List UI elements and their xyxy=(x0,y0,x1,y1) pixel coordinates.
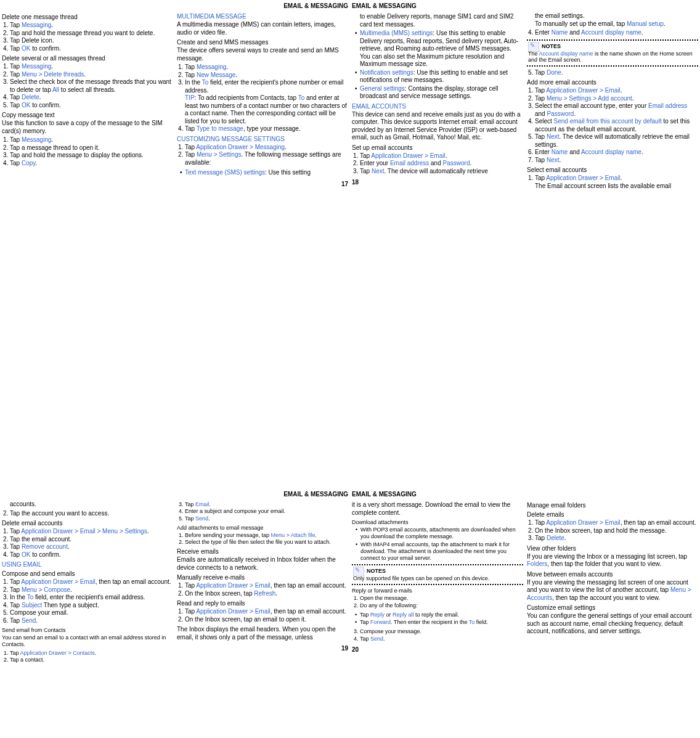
list-item: Notification settings: Use this setting … xyxy=(360,69,523,84)
list-item: Tap Delete. xyxy=(10,94,173,102)
list-item: Tap Copy. xyxy=(10,160,173,168)
heading: View other folders xyxy=(527,545,698,552)
p20-col2: Manage email folders Delete emails Tap A… xyxy=(527,491,698,666)
list: Enter Name and Account display name. xyxy=(527,29,698,37)
heading: Manually receive e-mails xyxy=(177,574,348,581)
list: Tap Messaging.Tap New Message.In the To … xyxy=(177,64,348,133)
heading: Manage email folders xyxy=(527,502,698,509)
heading: Move between emails accounts xyxy=(527,571,698,578)
list-item: Tap Forward. Then enter the recipient in… xyxy=(360,619,523,626)
list-item: Tap Application Drawer > Email, then tap… xyxy=(535,519,698,527)
list-item: Tap Application Drawer > Contacts. xyxy=(10,650,173,657)
list: Tap the account you want to access. xyxy=(2,510,173,518)
paragraph: to enable Delivery reports, manage SIM1 … xyxy=(352,13,523,28)
list-item: Tap the account you want to access. xyxy=(10,510,173,518)
list-item: Tap New Message. xyxy=(185,72,348,80)
notes-text: The Account display name is the name sho… xyxy=(528,51,693,63)
list-item: Select Send email from this account by d… xyxy=(535,118,698,133)
list-item: Tap Messaging. xyxy=(10,136,173,144)
list: Tap Application Drawer > Email, then tap… xyxy=(2,578,173,625)
list: Compose your message.Tap Send. xyxy=(352,628,523,642)
list: Tap Email.Enter a subject and compose yo… xyxy=(177,501,348,522)
list-item: Tap OK to confirm. xyxy=(10,551,173,559)
paragraph: Emails are automatically received in Inb… xyxy=(177,556,348,572)
list-item: Tap a message thread to open it. xyxy=(10,144,173,152)
paragraph: This device can send and receive emails … xyxy=(352,111,523,142)
list-item: Tap a contact. xyxy=(10,657,173,663)
list: Tap Application Drawer > Email.Enter you… xyxy=(352,152,523,176)
p20-col1: EMAIL & MESSAGING it is a very short mes… xyxy=(352,491,523,666)
list-item: Select the type of file then select the … xyxy=(185,539,348,546)
list-item: General settings: Contains the display, … xyxy=(360,85,523,100)
list-item: Tap Application Drawer > Email.The Email… xyxy=(535,174,698,190)
list: Open the message.Do any of the following… xyxy=(352,595,523,609)
list-item: Tap Send. xyxy=(360,636,523,642)
page-number: 20 xyxy=(352,646,523,653)
notes-box: NOTES Only supported file types can be o… xyxy=(352,564,523,585)
paragraph: You can configure the general settings o… xyxy=(527,612,698,636)
bullet-list: Text message (SMS) settings: Use this se… xyxy=(177,169,348,177)
heading: Delete several or all messages thread xyxy=(2,55,173,62)
list-item: Select the check box of the message thre… xyxy=(10,78,173,94)
paragraph: accounts. xyxy=(2,501,173,509)
paragraph: If you are viewing the Inbox or a messag… xyxy=(527,553,698,568)
list-item: Tap Delete icon. xyxy=(10,37,173,45)
list-item: With IMAP4 email accounts, tap the attac… xyxy=(360,541,523,562)
heading: Create and send MMS messages xyxy=(177,39,348,46)
paragraph: A multimedia message (MMS) can contain l… xyxy=(177,21,348,36)
section-header: EMAIL & MESSAGING xyxy=(177,2,348,9)
heading: Delete one message thread xyxy=(2,14,173,20)
heading: Set up email accounts xyxy=(352,144,523,151)
list-item: Compose your message. xyxy=(360,628,523,635)
list-item: Enter Name and Account display name. xyxy=(535,149,698,157)
list: Tap Application Drawer > Email, then tap… xyxy=(527,519,698,543)
list-item: With POP3 email accounts, attachments ar… xyxy=(360,527,523,541)
list-item: Tap Delete. xyxy=(535,535,698,543)
list-item: Tap OK to confirm. xyxy=(10,102,173,110)
list-item: In the To field, enter the recipient's e… xyxy=(10,594,173,602)
heading: MULTIMEDIA MESSAGE xyxy=(177,13,348,20)
bullet-list: Multimedia (MMS) settings: Use this sett… xyxy=(352,30,523,100)
list-item: Compose your email. xyxy=(10,609,173,617)
heading: Copy message text xyxy=(2,112,173,118)
list: Tap Application Drawer > Email, then tap… xyxy=(177,608,348,623)
list-item: Tap Messaging. xyxy=(185,64,348,72)
list-item: Tap and hold the message thread you want… xyxy=(10,30,173,38)
section-header: EMAIL & MESSAGING xyxy=(352,491,523,498)
page-number: 17 xyxy=(177,181,348,187)
list-item: Tap Messaging. xyxy=(10,22,173,30)
heading: Delete emails xyxy=(527,511,698,518)
list: Tap Application Drawer > Email.The Email… xyxy=(527,174,698,190)
list-item: Tap OK to confirm. xyxy=(10,45,173,53)
list: Tap Application Drawer > Email.Tap Menu … xyxy=(527,87,698,164)
list-item: In the To field, enter the recipient's p… xyxy=(185,79,348,125)
list-item: Tap Application Drawer > Email, then tap… xyxy=(10,578,173,586)
heading: Reply or forward e-mails xyxy=(352,588,523,594)
notes-box: NOTES The Account display name is the na… xyxy=(527,39,698,67)
list-item: Tap Type to message, type your message. xyxy=(185,125,348,133)
p19-col2: EMAIL & MESSAGING Tap Email.Enter a subj… xyxy=(177,491,348,666)
list-item: Tap Done. xyxy=(535,69,698,77)
list-item: Before sending your message, tap Menu > … xyxy=(185,532,348,539)
heading: Add attachments to email message xyxy=(177,525,348,531)
list-item: Tap Remove account. xyxy=(10,543,173,551)
list-item: Tap Application Drawer > Email. xyxy=(360,152,523,160)
list-item: Tap Application Drawer > Email, then tap… xyxy=(185,582,348,590)
list-item: Tap Subject Then type a subject. xyxy=(10,602,173,610)
list-item: On the Inbox screen, tap Refresh. xyxy=(185,590,348,598)
pencil-icon xyxy=(353,567,364,576)
heading: Add more email accounts xyxy=(527,79,698,86)
list-item: Tap Menu > Compose. xyxy=(10,586,173,594)
notes-label: NOTES xyxy=(367,568,522,574)
page-number: 18 xyxy=(352,179,523,186)
paragraph: The Inbox displays the email headers. Wh… xyxy=(177,626,348,641)
paragraph: Use this function to save a copy of the … xyxy=(2,120,173,135)
list-item: Enter a subject and compose your email. xyxy=(185,508,348,515)
list-item: Tap Send. xyxy=(10,617,173,625)
page-row-bottom: accounts. Tap the account you want to ac… xyxy=(0,488,700,672)
list-item: Do any of the following: xyxy=(360,602,523,609)
paragraph: The device offers several ways to create… xyxy=(177,47,348,62)
heading: Download attachments xyxy=(352,519,523,525)
list-item: Tap Menu > Settings > Add account. xyxy=(535,95,698,103)
list-item: Tap Menu > Delete threads. xyxy=(10,71,173,79)
